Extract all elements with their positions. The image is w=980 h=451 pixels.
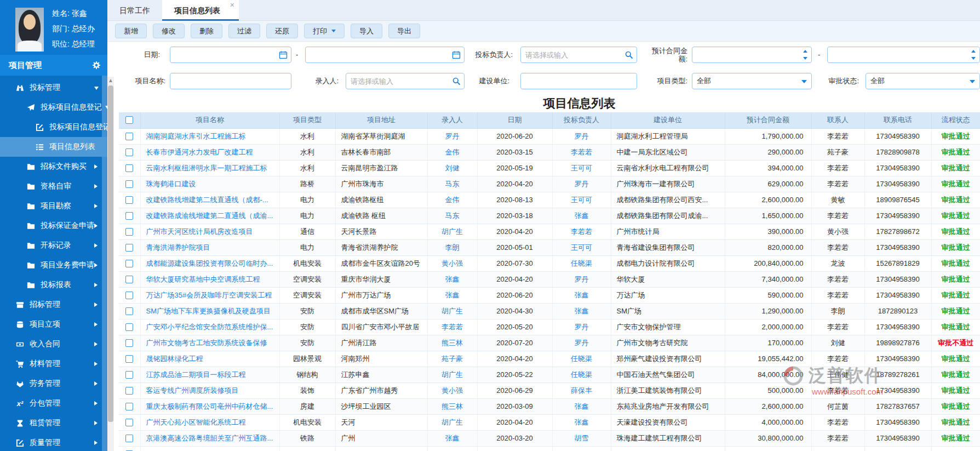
cell-leader[interactable]: 任晓渠 [552,367,611,383]
project-type-select[interactable]: 全部 [692,73,812,89]
calendar-icon[interactable] [279,50,288,59]
cell-entry[interactable]: 张鑫 [427,271,477,287]
tab-0[interactable]: 日常工作 [107,0,162,21]
cell-name[interactable]: 珠海鹤港口建设 [140,176,279,192]
cell-entry[interactable]: 金伟 [427,192,477,208]
table-row[interactable]: 华软大厦研究基地中央空调系统工程空调安装重庆市华润大厦张鑫2020-04-20罗… [119,271,980,287]
column-header[interactable]: 项目地址 [335,112,427,128]
cell-leader[interactable]: 王可可 [552,239,611,255]
row-checkbox[interactable] [125,307,133,315]
sidebar-item-2[interactable]: 投标项目信息登记 [0,117,107,137]
toolbar-button-修改[interactable]: 修改 [153,24,185,38]
cell-name[interactable]: 广安邓小平纪念馆安全防范系统维护保... [140,319,279,335]
cell-name[interactable]: 成都能源建设集团投资有限公司临时办... [140,255,279,271]
cell-entry[interactable]: 胡广生 [427,367,477,383]
cell-name[interactable]: 青海洪湖养护院项目 [140,239,279,255]
cell-leader[interactable]: 罗丹 [552,319,611,335]
sidebar-item-13[interactable]: 收入合同 [0,334,107,354]
row-checkbox[interactable] [125,371,133,379]
toolbar-button-新增[interactable]: 新增 [115,24,147,38]
cell-entry[interactable]: 黄小强 [427,383,477,398]
toolbar-button-导出[interactable]: 导出 [388,24,420,38]
sidebar-item-18[interactable]: 质量管理 [0,433,107,451]
sidebar-item-8[interactable]: 开标记录 [0,236,107,255]
column-header[interactable]: 日期 [477,112,552,128]
toolbar-button-打印[interactable]: 打印 [304,24,345,38]
column-header[interactable]: 预计合同金额 [725,112,811,128]
cell-leader[interactable]: 张鑫 [552,414,611,430]
cell-leader[interactable]: 张鑫 [552,303,611,319]
sidebar-item-11[interactable]: 招标管理 [0,295,107,315]
cell-name[interactable]: 湖南洞庭湖水库引水工程施工标 [140,128,279,144]
select-all-checkbox[interactable] [125,116,133,124]
search-icon[interactable] [452,77,461,85]
toolbar-button-导入[interactable]: 导入 [351,24,382,38]
amount-from-input[interactable] [692,47,812,63]
table-row[interactable]: 江苏成品油二期项目一标段工程钢结构江苏申鑫胡广生2020-05-22任晓渠中国石… [119,367,980,383]
cell-entry[interactable]: 胡广生 [427,414,477,430]
cell-leader[interactable]: 张鑫 [552,287,611,303]
sidebar-item-7[interactable]: 投标保证金申请 [0,216,107,236]
cell-entry[interactable]: 马东 [427,176,477,192]
gear-icon[interactable] [92,61,101,70]
cell-entry[interactable]: 马东 [427,208,477,224]
scrollbar-thumb[interactable] [108,85,113,422]
search-icon[interactable] [624,50,633,59]
date-from-input[interactable] [170,47,291,63]
sidebar-item-5[interactable]: 资格自审 [0,176,107,196]
cell-leader[interactable]: 任晓渠 [552,255,611,271]
sidebar-item-3[interactable]: 项目信息列表 [0,137,107,157]
spinner-icon[interactable] [970,49,977,61]
sidebar-item-15[interactable]: 劳务管理 [0,374,107,393]
tab-1[interactable]: 项目信息列表× [162,0,239,21]
row-checkbox[interactable] [125,212,133,220]
content-scrollbar[interactable] [107,77,114,451]
row-checkbox[interactable] [125,180,133,188]
column-header[interactable]: 建设单位 [611,112,725,128]
cell-name[interactable]: SM广场地下车库更换摄像机及硬盘项目 [140,303,279,319]
cell-entry[interactable]: 胡广生 [427,224,477,239]
cell-entry[interactable]: 熊三林 [427,335,477,351]
entry-person-input[interactable] [346,73,465,89]
sidebar-item-16[interactable]: x²分包管理 [0,393,107,413]
table-row[interactable]: 成都能源建设集团投资有限公司临时办...机电安装成都市金牛区友谊路20号黄小强2… [119,255,980,271]
row-checkbox[interactable] [125,164,133,172]
sidebar-item-0[interactable]: 投标管理 [0,78,107,98]
table-row[interactable]: 万达广场35#会所及咖啡厅空调安装工程空调安装广州市万达广场张鑫2020-06-… [119,287,980,303]
cell-entry[interactable]: 胡广生 [427,303,477,319]
cell-name[interactable]: 云南水利枢纽潜明水库一期工程施工标 [140,160,279,176]
table-row[interactable]: 青海洪湖养护院项目电力青海省洪湖养护院李朗2020-05-01王可可青海省建设集… [119,239,980,255]
cell-leader[interactable]: 罗丹 [552,128,611,144]
project-name-input[interactable] [170,73,291,89]
spinner-icon[interactable] [802,49,809,61]
row-checkbox[interactable] [125,355,133,363]
cell-entry[interactable]: 黄小强 [427,255,477,271]
column-header[interactable]: 录入人 [427,112,477,128]
cell-entry[interactable]: 刘健 [427,160,477,176]
toolbar-button-还原[interactable]: 还原 [266,24,298,38]
sidebar-item-14[interactable]: 材料管理 [0,354,107,374]
toolbar-button-过滤[interactable]: 过滤 [228,24,260,38]
cell-name[interactable]: 客运专线广州调度所装修项目 [140,383,279,398]
table-row[interactable]: 珠海鹤港口建设路桥广州市珠海市马东2020-04-20罗丹广州珠海市一建有限公司… [119,176,980,192]
row-checkbox[interactable] [125,323,133,331]
table-row[interactable]: 京港澳高速公路粤境韶关至广州互通路...铁路广州张鑫2020-03-20胡雪珠海… [119,430,980,446]
table-row[interactable]: 湖南洞庭湖水库引水工程施工标水利湖南省茅草街洞庭湖罗丹2020-06-20罗丹洞… [119,128,980,144]
table-row[interactable]: 长春市伊通河水力发电厂改建工程水利吉林长春市南部金伟2020-03-15李若若中… [119,144,980,160]
bid-leader-input[interactable] [520,47,637,63]
column-header[interactable]: 联系电话 [864,112,931,128]
row-checkbox[interactable] [125,387,133,395]
cell-leader[interactable]: 罗丹 [552,176,611,192]
table-row[interactable]: 改建铁路成渝线增建第二直通线（成渝...电力成渝铁路 枢纽马东2020-03-1… [119,208,980,224]
table-row[interactable]: 广州天心苑小区智能化系统工程机电安装天河胡广生2020-04-20张鑫天濠建设投… [119,414,980,430]
table-row[interactable]: 广州市天河区统计局机房改造项目通信天河长景路胡广生2020-04-20李若若广州… [119,224,980,239]
row-checkbox[interactable] [125,244,133,252]
cell-name[interactable]: 晟铭园林绿化工程 [140,351,279,367]
toolbar-button-删除[interactable]: 删除 [191,24,222,38]
table-row[interactable]: 广安邓小平纪念馆安全防范系统维护保...安防四川省广安市邓小平故居李若若2020… [119,319,980,335]
build-unit-input[interactable] [520,73,637,89]
date-to-input[interactable] [305,47,465,63]
amount-to-input[interactable] [827,47,980,63]
cell-entry[interactable]: 金伟 [427,144,477,160]
cell-name[interactable]: 广州市天河区统计局机房改造项目 [140,224,279,239]
